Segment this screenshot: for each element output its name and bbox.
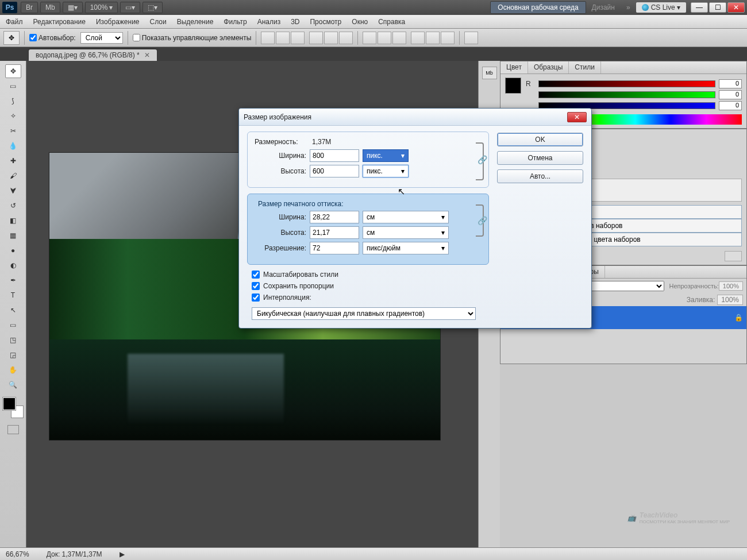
color-swatches[interactable] <box>3 397 24 418</box>
r-value[interactable]: 0 <box>719 79 742 88</box>
tab-styles[interactable]: Стили <box>569 61 601 74</box>
tab-color[interactable]: Цвет <box>500 61 528 74</box>
adj-footer-btn-2[interactable] <box>725 251 742 261</box>
cslive-button[interactable]: CS Live ▾ <box>636 2 686 13</box>
status-more-icon[interactable]: ▶ <box>120 550 125 558</box>
3d-camera-tool[interactable]: ◲ <box>5 348 21 362</box>
print-height-input[interactable] <box>310 226 359 239</box>
zoom-level-button[interactable]: 100%▾ <box>85 2 118 13</box>
tv-logo-icon: 📺 <box>627 514 636 522</box>
constrain-link-icon[interactable]: 🔗 <box>478 216 487 225</box>
autoselect-target[interactable]: Слой <box>80 32 123 44</box>
fill-value[interactable]: 100% <box>717 295 743 305</box>
stamp-tool[interactable]: ⮟ <box>5 184 21 198</box>
tab-swatches[interactable]: Образцы <box>528 61 569 74</box>
eraser-tool[interactable]: ◧ <box>5 214 21 227</box>
window-controls: — ☐ ✕ <box>691 2 745 13</box>
crop-tool[interactable]: ✂ <box>5 124 21 138</box>
type-tool[interactable]: T <box>5 288 21 302</box>
interpolation-select[interactable]: Бикубическая (наилучшая для плавных град… <box>252 307 476 320</box>
quickmask-toggle[interactable] <box>7 425 19 434</box>
lasso-tool[interactable]: ⟆ <box>5 94 21 108</box>
more-workspaces[interactable]: » <box>626 3 630 11</box>
status-doc[interactable]: Док: 1,37M/1,37M <box>47 550 102 558</box>
menu-view[interactable]: Просмотр <box>310 18 341 26</box>
dialog-titlebar[interactable]: Размер изображения ✕ <box>239 109 591 126</box>
minibridge-button[interactable]: Mb <box>40 2 60 13</box>
constrain-proportions-checkbox[interactable]: Сохранить пропорции <box>252 282 489 290</box>
zoom-tool[interactable]: 🔍 <box>5 378 21 392</box>
opacity-label: Непрозрачность: <box>669 283 718 289</box>
close-tab-icon[interactable]: ✕ <box>144 51 150 59</box>
print-width-input[interactable] <box>310 211 359 223</box>
auto-button[interactable]: Авто... <box>497 169 583 183</box>
pixel-width-unit[interactable]: пикс.▾ <box>363 149 409 162</box>
workspace-button[interactable]: Основная рабочая среда <box>490 1 586 14</box>
autoselect-checkbox[interactable]: Автовыбор: <box>29 34 76 42</box>
scale-styles-checkbox[interactable]: Масштабировать стили <box>252 271 489 279</box>
extras-button[interactable]: ⬚▾ <box>143 2 163 13</box>
move-tool[interactable]: ✥ <box>5 64 21 78</box>
ok-button[interactable]: OK <box>497 133 583 146</box>
menu-window[interactable]: Окно <box>352 18 368 26</box>
dialog-close-button[interactable]: ✕ <box>567 112 587 122</box>
align-group-1 <box>261 32 305 44</box>
resample-checkbox[interactable]: Интерполяция: <box>252 293 489 302</box>
show-transform-checkbox[interactable]: Показать управляющие элементы <box>133 34 252 42</box>
screen-mode-button[interactable]: ▦▾ <box>63 2 83 13</box>
status-zoom[interactable]: 66,67% <box>6 550 29 558</box>
lock-icon: 🔒 <box>734 314 743 322</box>
bridge-button[interactable]: Br <box>21 2 38 13</box>
hand-tool[interactable]: ✋ <box>5 363 21 377</box>
constrain-link-icon[interactable]: 🔗 <box>478 155 487 164</box>
menu-analysis[interactable]: Анализ <box>257 18 281 26</box>
g-slider[interactable] <box>538 91 715 98</box>
blur-tool[interactable]: ● <box>5 244 21 257</box>
b-value[interactable]: 0 <box>719 101 742 110</box>
print-width-unit[interactable]: см▾ <box>363 211 449 223</box>
eyedropper-tool[interactable]: 💧 <box>5 139 21 153</box>
menu-filter[interactable]: Фильтр <box>224 18 247 26</box>
pixel-width-input[interactable] <box>310 149 359 162</box>
pixel-height-unit[interactable]: пикс.▾ <box>363 165 409 177</box>
pen-tool[interactable]: ✒ <box>5 273 21 287</box>
r-slider[interactable] <box>538 80 715 87</box>
menu-help[interactable]: Справка <box>378 18 405 26</box>
3d-tool[interactable]: ◳ <box>5 333 21 347</box>
resolution-input[interactable] <box>310 242 359 254</box>
wand-tool[interactable]: ✧ <box>5 109 21 123</box>
menu-image[interactable]: Изображение <box>96 18 140 26</box>
pixel-height-input[interactable] <box>310 165 359 177</box>
marquee-tool[interactable]: ▭ <box>5 79 21 93</box>
menu-file[interactable]: Файл <box>6 18 23 26</box>
minibridge-panel-icon[interactable]: Mb <box>482 67 497 79</box>
g-value[interactable]: 0 <box>719 90 742 99</box>
color-preview[interactable] <box>505 78 521 94</box>
move-tool-icon[interactable]: ✥ <box>3 31 20 45</box>
resolution-unit[interactable]: пикс/дюйм▾ <box>363 242 449 254</box>
menu-layer[interactable]: Слои <box>150 18 167 26</box>
document-tab[interactable]: водопад.jpeg @ 66,7% (RGB/8) * ✕ <box>29 49 157 61</box>
app-bar: Ps Br Mb ▦▾ 100%▾ ▭▾ ⬚▾ Основная рабочая… <box>0 0 747 15</box>
dodge-tool[interactable]: ◐ <box>5 258 21 272</box>
close-button[interactable]: ✕ <box>727 2 745 13</box>
path-tool[interactable]: ↖ <box>5 303 21 317</box>
arrange-button[interactable]: ▭▾ <box>120 2 140 13</box>
shape-tool[interactable]: ▭ <box>5 318 21 332</box>
print-size-group: Размер печатного оттиска: Ширина: см▾ Вы… <box>247 194 489 265</box>
menu-edit[interactable]: Редактирование <box>33 18 86 26</box>
maximize-button[interactable]: ☐ <box>709 2 726 13</box>
brush-tool[interactable]: 🖌 <box>5 169 21 183</box>
menu-3d[interactable]: 3D <box>291 18 299 26</box>
opacity-value[interactable]: 100% <box>719 281 743 291</box>
gradient-tool[interactable]: ▦ <box>5 229 21 242</box>
heal-tool[interactable]: ✚ <box>5 154 21 168</box>
design-workspace-label[interactable]: Дизайн <box>592 3 615 11</box>
history-brush-tool[interactable]: ↺ <box>5 199 21 213</box>
cancel-button[interactable]: Отмена <box>497 151 583 165</box>
print-height-unit[interactable]: см▾ <box>363 226 449 239</box>
document-tabs: водопад.jpeg @ 66,7% (RGB/8) * ✕ <box>0 47 747 61</box>
minimize-button[interactable]: — <box>691 2 708 13</box>
menu-select[interactable]: Выделение <box>177 18 214 26</box>
fg-color-swatch[interactable] <box>3 397 16 410</box>
